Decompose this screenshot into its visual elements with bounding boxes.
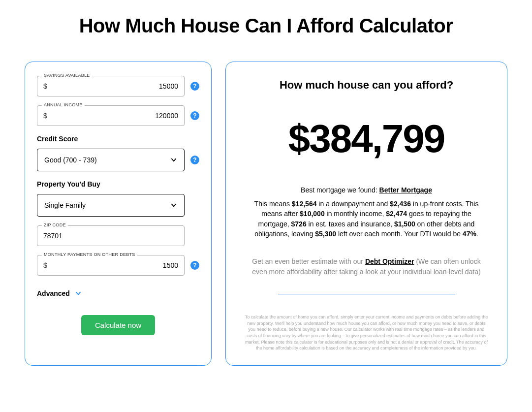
debts-input-wrap[interactable]: $ — [37, 255, 185, 276]
income-input[interactable] — [51, 112, 178, 120]
help-icon[interactable]: ? — [190, 82, 199, 91]
zip-input-wrap[interactable] — [37, 225, 185, 246]
chevron-down-icon — [75, 290, 82, 297]
advanced-label: Advanced — [37, 289, 70, 297]
help-icon[interactable]: ? — [190, 156, 199, 164]
property-label: Property You'd Buy — [37, 180, 199, 188]
best-mortgage-line: Best mortgage we found: Better Mortgage — [243, 186, 490, 194]
zip-label: ZIP CODE — [42, 222, 68, 227]
property-select[interactable]: Single Family — [37, 194, 185, 217]
income-label: ANNUAL INCOME — [42, 102, 85, 107]
credit-score-value: Good (700 - 739) — [44, 156, 97, 164]
chevron-down-icon — [170, 202, 177, 209]
dollar-prefix: $ — [43, 261, 47, 269]
divider — [278, 294, 455, 294]
savings-input[interactable] — [51, 82, 178, 90]
calculate-button[interactable]: Calculate now — [81, 315, 155, 335]
explanation-text: This means $12,564 in a downpayment and … — [248, 199, 485, 239]
result-heading: How much house can you afford? — [243, 79, 490, 92]
affordable-amount: $384,799 — [243, 116, 490, 161]
dollar-prefix: $ — [43, 112, 47, 120]
page-title: How Much House Can I Afford Calculator — [25, 15, 507, 37]
best-mortgage-link[interactable]: Better Mortgage — [379, 186, 432, 194]
debts-input[interactable] — [51, 261, 178, 269]
optimizer-text: Get an even better estimate with our Deb… — [246, 256, 487, 277]
chevron-down-icon — [170, 157, 177, 163]
disclaimer-text: To calculate the amount of home you can … — [245, 314, 488, 351]
savings-label: SAVINGS AVAILABLE — [42, 73, 92, 78]
advanced-toggle[interactable]: Advanced — [37, 289, 199, 297]
credit-score-select[interactable]: Good (700 - 739) — [37, 149, 185, 171]
credit-score-label: Credit Score — [37, 135, 199, 143]
zip-input[interactable] — [43, 232, 178, 240]
help-icon[interactable]: ? — [190, 261, 199, 270]
best-prefix: Best mortgage we found: — [301, 186, 379, 194]
savings-input-wrap[interactable]: $ — [37, 76, 185, 96]
help-icon[interactable]: ? — [190, 111, 199, 120]
result-panel: How much house can you afford? $384,799 … — [225, 62, 507, 366]
debts-label: MONTHLY PAYMENTS ON OTHER DEBTS — [42, 252, 137, 257]
debt-optimizer-link[interactable]: Debt Optimizer — [365, 257, 414, 265]
property-value: Single Family — [44, 201, 86, 209]
form-panel: SAVINGS AVAILABLE $ ? ANNUAL INCOME $ ? … — [25, 62, 212, 366]
dollar-prefix: $ — [43, 82, 47, 90]
income-input-wrap[interactable]: $ — [37, 105, 185, 126]
